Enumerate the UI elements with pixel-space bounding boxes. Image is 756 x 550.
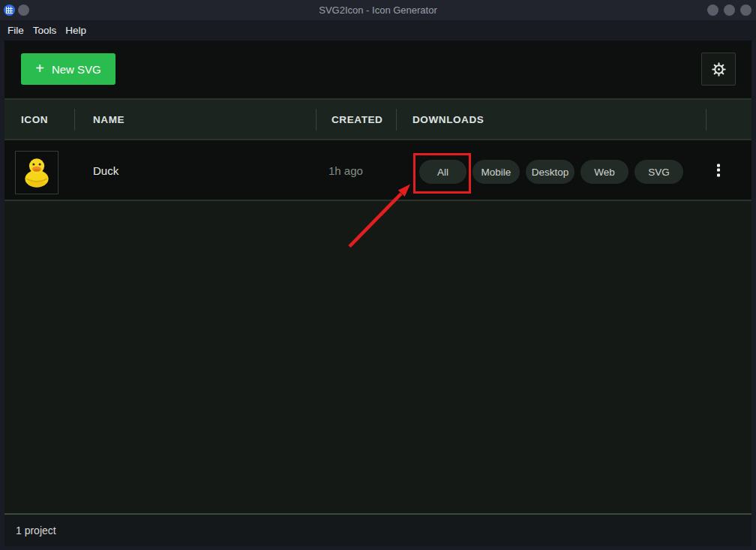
- main-content: + New SVG ICON NAME CREATED DOWNLOADS: [4, 41, 752, 546]
- download-web-button[interactable]: Web: [580, 160, 628, 184]
- download-svg-button[interactable]: SVG: [634, 160, 683, 184]
- window-title: SVG2Icon - Icon Generator: [0, 0, 756, 20]
- table-row: Duck 1h ago All Mobile Desktop Web SVG: [4, 140, 752, 201]
- column-header-created: CREATED: [332, 114, 382, 125]
- download-all-button[interactable]: All: [419, 160, 466, 184]
- minimize-icon[interactable]: [707, 5, 718, 16]
- menubar: File Tools Help: [0, 20, 756, 41]
- new-svg-label: New SVG: [52, 63, 101, 76]
- menu-file[interactable]: File: [8, 25, 24, 36]
- project-created: 1h ago: [328, 164, 363, 176]
- column-header-downloads: DOWNLOADS: [412, 114, 484, 125]
- menu-tools[interactable]: Tools: [33, 25, 57, 36]
- menu-help[interactable]: Help: [65, 25, 86, 36]
- close-icon[interactable]: [740, 5, 752, 16]
- download-mobile-button[interactable]: Mobile: [472, 160, 520, 184]
- maximize-icon[interactable]: [724, 5, 735, 16]
- table-header: ICON NAME CREATED DOWNLOADS: [4, 98, 752, 140]
- settings-button[interactable]: [701, 53, 736, 86]
- column-separator: [316, 109, 316, 131]
- download-desktop-button[interactable]: Desktop: [526, 160, 574, 184]
- project-count: 1 project: [16, 524, 56, 536]
- column-header-name: NAME: [93, 114, 124, 125]
- gear-icon: [711, 62, 727, 77]
- column-separator: [74, 109, 75, 131]
- table-body: [4, 201, 752, 513]
- column-separator: [706, 109, 706, 131]
- statusbar: 1 project: [4, 513, 752, 546]
- project-icon-thumbnail[interactable]: [15, 151, 58, 194]
- download-buttons: All Mobile Desktop Web SVG: [419, 160, 683, 184]
- toolbar: + New SVG: [4, 41, 752, 98]
- titlebar-right-controls: [707, 0, 752, 20]
- plus-icon: +: [35, 61, 44, 76]
- column-header-icon: ICON: [21, 114, 48, 125]
- rubber-duck-icon: [20, 156, 53, 189]
- new-svg-button[interactable]: + New SVG: [21, 53, 116, 85]
- titlebar: SVG2Icon - Icon Generator: [0, 0, 756, 20]
- kebab-menu-icon[interactable]: [714, 161, 723, 179]
- column-separator: [396, 109, 397, 131]
- project-name: Duck: [93, 164, 118, 176]
